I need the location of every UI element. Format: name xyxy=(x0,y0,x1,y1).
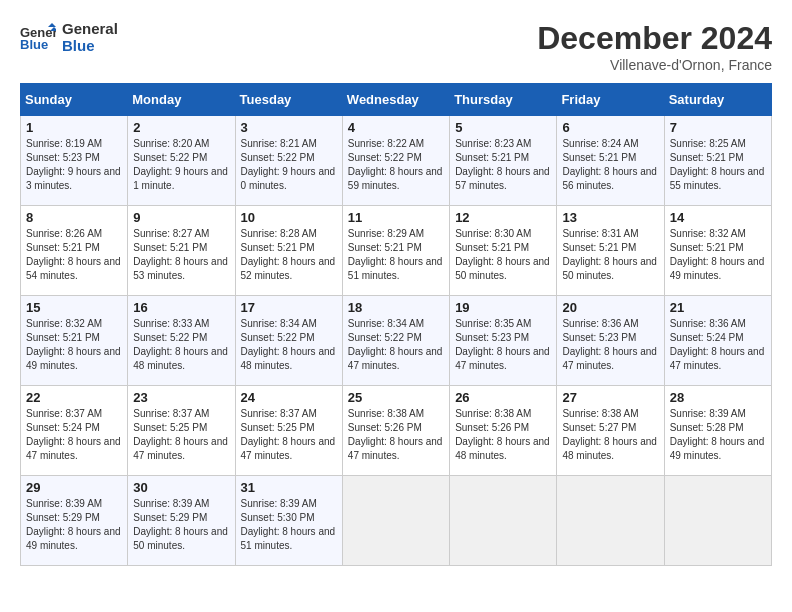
calendar-cell: 1 Sunrise: 8:19 AMSunset: 5:23 PMDayligh… xyxy=(21,116,128,206)
day-number: 18 xyxy=(348,300,444,315)
cell-content: Sunrise: 8:30 AMSunset: 5:21 PMDaylight:… xyxy=(455,227,551,283)
logo: General Blue General Blue xyxy=(20,20,118,55)
day-number: 21 xyxy=(670,300,766,315)
calendar-cell: 20 Sunrise: 8:36 AMSunset: 5:23 PMDaylig… xyxy=(557,296,664,386)
calendar-body: 1 Sunrise: 8:19 AMSunset: 5:23 PMDayligh… xyxy=(21,116,772,566)
calendar-cell: 19 Sunrise: 8:35 AMSunset: 5:23 PMDaylig… xyxy=(450,296,557,386)
cell-content: Sunrise: 8:28 AMSunset: 5:21 PMDaylight:… xyxy=(241,227,337,283)
week-row-4: 22 Sunrise: 8:37 AMSunset: 5:24 PMDaylig… xyxy=(21,386,772,476)
logo-icon: General Blue xyxy=(20,23,56,51)
cell-content: Sunrise: 8:24 AMSunset: 5:21 PMDaylight:… xyxy=(562,137,658,193)
month-year: December 2024 xyxy=(537,20,772,57)
calendar-cell: 13 Sunrise: 8:31 AMSunset: 5:21 PMDaylig… xyxy=(557,206,664,296)
cell-content: Sunrise: 8:19 AMSunset: 5:23 PMDaylight:… xyxy=(26,137,122,193)
calendar-cell: 11 Sunrise: 8:29 AMSunset: 5:21 PMDaylig… xyxy=(342,206,449,296)
calendar-cell: 15 Sunrise: 8:32 AMSunset: 5:21 PMDaylig… xyxy=(21,296,128,386)
day-number: 23 xyxy=(133,390,229,405)
cell-content: Sunrise: 8:25 AMSunset: 5:21 PMDaylight:… xyxy=(670,137,766,193)
title-block: December 2024 Villenave-d'Ornon, France xyxy=(537,20,772,73)
calendar-cell: 24 Sunrise: 8:37 AMSunset: 5:25 PMDaylig… xyxy=(235,386,342,476)
cell-content: Sunrise: 8:38 AMSunset: 5:26 PMDaylight:… xyxy=(455,407,551,463)
calendar-cell: 8 Sunrise: 8:26 AMSunset: 5:21 PMDayligh… xyxy=(21,206,128,296)
day-number: 8 xyxy=(26,210,122,225)
day-number: 20 xyxy=(562,300,658,315)
calendar-cell: 30 Sunrise: 8:39 AMSunset: 5:29 PMDaylig… xyxy=(128,476,235,566)
cell-content: Sunrise: 8:21 AMSunset: 5:22 PMDaylight:… xyxy=(241,137,337,193)
day-number: 22 xyxy=(26,390,122,405)
cell-content: Sunrise: 8:32 AMSunset: 5:21 PMDaylight:… xyxy=(26,317,122,373)
day-number: 29 xyxy=(26,480,122,495)
week-row-2: 8 Sunrise: 8:26 AMSunset: 5:21 PMDayligh… xyxy=(21,206,772,296)
cell-content: Sunrise: 8:27 AMSunset: 5:21 PMDaylight:… xyxy=(133,227,229,283)
logo-line1: General xyxy=(62,20,118,37)
header-cell-wednesday: Wednesday xyxy=(342,84,449,116)
day-number: 5 xyxy=(455,120,551,135)
header-cell-sunday: Sunday xyxy=(21,84,128,116)
day-number: 25 xyxy=(348,390,444,405)
day-number: 3 xyxy=(241,120,337,135)
day-number: 24 xyxy=(241,390,337,405)
location: Villenave-d'Ornon, France xyxy=(537,57,772,73)
cell-content: Sunrise: 8:20 AMSunset: 5:22 PMDaylight:… xyxy=(133,137,229,193)
cell-content: Sunrise: 8:39 AMSunset: 5:28 PMDaylight:… xyxy=(670,407,766,463)
calendar-cell: 28 Sunrise: 8:39 AMSunset: 5:28 PMDaylig… xyxy=(664,386,771,476)
calendar-cell: 14 Sunrise: 8:32 AMSunset: 5:21 PMDaylig… xyxy=(664,206,771,296)
cell-content: Sunrise: 8:38 AMSunset: 5:26 PMDaylight:… xyxy=(348,407,444,463)
day-number: 26 xyxy=(455,390,551,405)
week-row-1: 1 Sunrise: 8:19 AMSunset: 5:23 PMDayligh… xyxy=(21,116,772,206)
calendar-cell xyxy=(342,476,449,566)
day-number: 15 xyxy=(26,300,122,315)
calendar-table: SundayMondayTuesdayWednesdayThursdayFrid… xyxy=(20,83,772,566)
header-cell-monday: Monday xyxy=(128,84,235,116)
cell-content: Sunrise: 8:37 AMSunset: 5:25 PMDaylight:… xyxy=(133,407,229,463)
day-number: 13 xyxy=(562,210,658,225)
day-number: 12 xyxy=(455,210,551,225)
calendar-cell: 25 Sunrise: 8:38 AMSunset: 5:26 PMDaylig… xyxy=(342,386,449,476)
calendar-cell: 21 Sunrise: 8:36 AMSunset: 5:24 PMDaylig… xyxy=(664,296,771,386)
calendar-cell: 12 Sunrise: 8:30 AMSunset: 5:21 PMDaylig… xyxy=(450,206,557,296)
calendar-cell xyxy=(557,476,664,566)
calendar-cell: 26 Sunrise: 8:38 AMSunset: 5:26 PMDaylig… xyxy=(450,386,557,476)
cell-content: Sunrise: 8:31 AMSunset: 5:21 PMDaylight:… xyxy=(562,227,658,283)
header-cell-tuesday: Tuesday xyxy=(235,84,342,116)
day-number: 2 xyxy=(133,120,229,135)
day-number: 7 xyxy=(670,120,766,135)
day-number: 11 xyxy=(348,210,444,225)
page-header: General Blue General Blue December 2024 … xyxy=(20,20,772,73)
calendar-cell: 6 Sunrise: 8:24 AMSunset: 5:21 PMDayligh… xyxy=(557,116,664,206)
cell-content: Sunrise: 8:39 AMSunset: 5:29 PMDaylight:… xyxy=(26,497,122,553)
cell-content: Sunrise: 8:26 AMSunset: 5:21 PMDaylight:… xyxy=(26,227,122,283)
cell-content: Sunrise: 8:37 AMSunset: 5:24 PMDaylight:… xyxy=(26,407,122,463)
calendar-cell: 3 Sunrise: 8:21 AMSunset: 5:22 PMDayligh… xyxy=(235,116,342,206)
day-number: 30 xyxy=(133,480,229,495)
calendar-cell xyxy=(664,476,771,566)
header-cell-saturday: Saturday xyxy=(664,84,771,116)
calendar-cell: 16 Sunrise: 8:33 AMSunset: 5:22 PMDaylig… xyxy=(128,296,235,386)
cell-content: Sunrise: 8:36 AMSunset: 5:24 PMDaylight:… xyxy=(670,317,766,373)
calendar-cell: 29 Sunrise: 8:39 AMSunset: 5:29 PMDaylig… xyxy=(21,476,128,566)
calendar-cell: 22 Sunrise: 8:37 AMSunset: 5:24 PMDaylig… xyxy=(21,386,128,476)
cell-content: Sunrise: 8:39 AMSunset: 5:30 PMDaylight:… xyxy=(241,497,337,553)
header-cell-thursday: Thursday xyxy=(450,84,557,116)
calendar-cell: 7 Sunrise: 8:25 AMSunset: 5:21 PMDayligh… xyxy=(664,116,771,206)
cell-content: Sunrise: 8:34 AMSunset: 5:22 PMDaylight:… xyxy=(348,317,444,373)
calendar-cell: 2 Sunrise: 8:20 AMSunset: 5:22 PMDayligh… xyxy=(128,116,235,206)
day-number: 19 xyxy=(455,300,551,315)
calendar-cell: 18 Sunrise: 8:34 AMSunset: 5:22 PMDaylig… xyxy=(342,296,449,386)
day-number: 17 xyxy=(241,300,337,315)
day-number: 27 xyxy=(562,390,658,405)
cell-content: Sunrise: 8:36 AMSunset: 5:23 PMDaylight:… xyxy=(562,317,658,373)
day-number: 6 xyxy=(562,120,658,135)
calendar-cell: 31 Sunrise: 8:39 AMSunset: 5:30 PMDaylig… xyxy=(235,476,342,566)
calendar-cell: 5 Sunrise: 8:23 AMSunset: 5:21 PMDayligh… xyxy=(450,116,557,206)
cell-content: Sunrise: 8:29 AMSunset: 5:21 PMDaylight:… xyxy=(348,227,444,283)
calendar-header: SundayMondayTuesdayWednesdayThursdayFrid… xyxy=(21,84,772,116)
cell-content: Sunrise: 8:38 AMSunset: 5:27 PMDaylight:… xyxy=(562,407,658,463)
day-number: 14 xyxy=(670,210,766,225)
cell-content: Sunrise: 8:22 AMSunset: 5:22 PMDaylight:… xyxy=(348,137,444,193)
svg-text:Blue: Blue xyxy=(20,37,48,51)
cell-content: Sunrise: 8:37 AMSunset: 5:25 PMDaylight:… xyxy=(241,407,337,463)
day-number: 16 xyxy=(133,300,229,315)
cell-content: Sunrise: 8:34 AMSunset: 5:22 PMDaylight:… xyxy=(241,317,337,373)
day-number: 10 xyxy=(241,210,337,225)
